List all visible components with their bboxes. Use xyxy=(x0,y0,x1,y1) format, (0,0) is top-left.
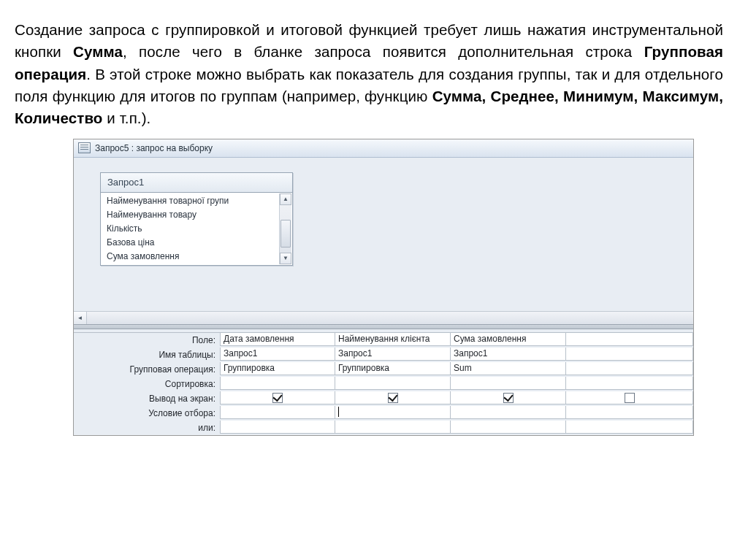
window-titlebar[interactable]: Запрос5 : запрос на выборку xyxy=(74,139,693,158)
query-icon xyxy=(78,142,91,153)
show-cell[interactable] xyxy=(335,391,451,404)
scroll-up-button[interactable]: ▲ xyxy=(280,193,291,205)
qbe-grid[interactable]: Поле: Дата замовлення Найменування клієн… xyxy=(74,332,693,435)
total-cell[interactable]: Группировка xyxy=(220,362,335,375)
window-title: Запрос5 : запрос на выборку xyxy=(95,143,213,153)
scroll-down-button[interactable]: ▼ xyxy=(280,253,291,264)
explanatory-paragraph: Создание запроса с группировкой и итогов… xyxy=(15,19,723,130)
source-table-panel[interactable]: Запрос1 Найменування товарної групи Найм… xyxy=(100,172,293,266)
field-item[interactable]: Найменування товарної групи xyxy=(105,194,292,208)
field-item[interactable]: Сума замовлення xyxy=(105,250,292,264)
bold-sum: Сумма xyxy=(73,43,123,60)
show-cell-empty[interactable] xyxy=(566,391,693,404)
criteria-cell[interactable] xyxy=(451,406,566,419)
or-cell[interactable] xyxy=(220,421,335,434)
field-item[interactable]: Кількість xyxy=(105,222,292,236)
source-field-list[interactable]: Найменування товарної групи Найменування… xyxy=(101,193,292,265)
show-cell[interactable] xyxy=(451,391,566,404)
table-cell[interactable]: Запрос1 xyxy=(220,348,335,361)
sort-cell[interactable] xyxy=(220,377,335,390)
field-item[interactable]: Найменування товару xyxy=(105,208,292,222)
table-cell[interactable]: Запрос1 xyxy=(451,348,566,361)
label-total: Групповая операция: xyxy=(74,362,220,377)
tables-pane[interactable]: Запрос1 Найменування товарної групи Найм… xyxy=(74,158,693,311)
paragraph-text: и т.п.). xyxy=(102,110,150,126)
field-cell[interactable]: Найменування клієнта xyxy=(335,333,451,346)
field-cell[interactable]: Сума замовлення xyxy=(451,333,566,346)
source-table-name[interactable]: Запрос1 xyxy=(101,173,292,193)
table-cell-empty[interactable] xyxy=(566,348,693,361)
sort-cell-empty[interactable] xyxy=(566,377,693,390)
show-checkbox[interactable] xyxy=(272,393,283,403)
field-cell[interactable]: Дата замовлення xyxy=(220,333,335,346)
upper-hscroll[interactable]: ◄ xyxy=(74,311,693,324)
field-item[interactable]: Базова ціна xyxy=(105,236,292,250)
show-cell[interactable] xyxy=(220,391,335,404)
criteria-cell[interactable] xyxy=(335,406,451,419)
label-criteria: Условие отбора: xyxy=(74,406,220,421)
text-caret xyxy=(338,407,339,417)
table-cell[interactable]: Запрос1 xyxy=(335,348,451,361)
show-checkbox[interactable] xyxy=(503,393,514,403)
show-checkbox[interactable] xyxy=(625,393,635,403)
total-cell-empty[interactable] xyxy=(566,362,693,375)
or-cell[interactable] xyxy=(451,421,566,434)
label-sort: Сортировка: xyxy=(74,377,220,391)
or-cell[interactable] xyxy=(335,421,451,434)
total-cell[interactable]: Sum xyxy=(451,362,566,375)
design-grid-pane: Поле: Дата замовлення Найменування клієн… xyxy=(74,329,693,435)
label-or: или: xyxy=(74,421,220,435)
paragraph-text: , после чего в бланке запроса появится д… xyxy=(123,43,644,60)
label-table: Имя таблицы: xyxy=(74,348,220,362)
sort-cell[interactable] xyxy=(451,377,566,390)
scroll-left-button[interactable]: ◄ xyxy=(74,312,87,324)
label-show: Вывод на экран: xyxy=(74,391,220,406)
label-field: Поле: xyxy=(74,333,220,348)
field-cell-empty[interactable] xyxy=(566,333,693,346)
query-design-window: Запрос5 : запрос на выборку Запрос1 Найм… xyxy=(73,139,694,436)
criteria-cell[interactable] xyxy=(220,406,335,419)
total-cell[interactable]: Группировка xyxy=(335,362,451,375)
pane-splitter[interactable] xyxy=(74,324,693,329)
or-cell-empty[interactable] xyxy=(566,421,693,434)
criteria-cell-empty[interactable] xyxy=(566,406,693,419)
scroll-thumb[interactable] xyxy=(280,220,291,248)
sort-cell[interactable] xyxy=(335,377,451,390)
field-list-scrollbar[interactable]: ▲ ▼ xyxy=(279,193,291,264)
show-checkbox[interactable] xyxy=(388,393,398,403)
